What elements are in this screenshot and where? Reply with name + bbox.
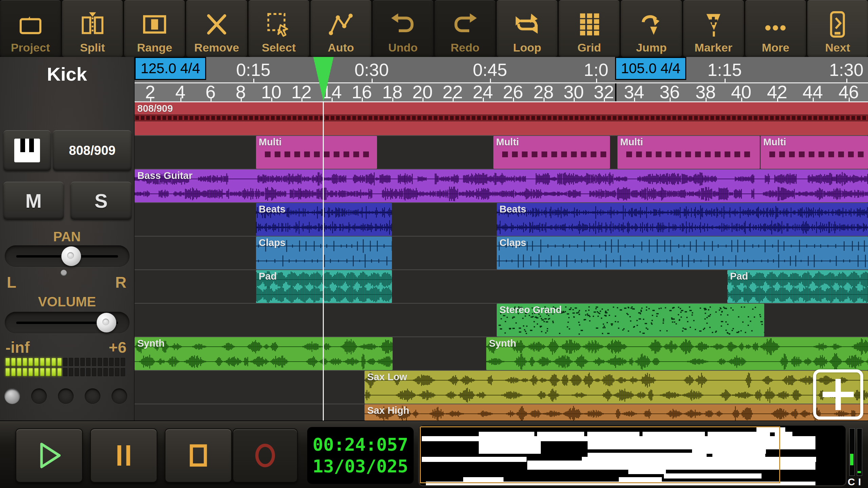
track-inspector-panel: Kick 808/909 M S PAN L R VOLUME -inf +6 — [0, 57, 135, 421]
bar-tick — [706, 98, 707, 101]
pan-right-label: R — [115, 273, 126, 291]
bar-tick — [741, 98, 742, 101]
preset-label: 808/909 — [69, 143, 115, 158]
toolbar-button-grid[interactable]: Grid — [559, 0, 619, 57]
play-icon — [34, 440, 64, 471]
toolbar-button-project[interactable]: Project — [0, 0, 61, 57]
clip-multi[interactable]: Multi — [256, 136, 377, 169]
remove-icon — [203, 8, 231, 41]
toolbar-button-undo[interactable]: Undo — [373, 0, 433, 57]
bar-tick — [271, 98, 272, 101]
redo-icon — [451, 8, 479, 41]
mute-button[interactable]: M — [3, 182, 64, 220]
time-ruler[interactable]: 0:150:300:451:01:151:30125.0 4/4105.0 4/… — [135, 57, 868, 83]
clip-multi[interactable]: Multi — [493, 136, 610, 169]
clip-pad[interactable]: Pad — [256, 270, 392, 303]
level-meter-right — [5, 368, 125, 376]
toolbar-button-next[interactable]: Next — [807, 0, 868, 57]
bar-tick — [513, 98, 514, 101]
arranger-area[interactable]: 0:150:300:451:01:151:30125.0 4/4105.0 4/… — [135, 57, 868, 421]
toolbar-button-select[interactable]: Select — [249, 0, 309, 57]
meter-segment — [34, 358, 39, 366]
folder-icon — [17, 8, 44, 41]
marker-icon — [699, 8, 727, 41]
toolbar-button-marker[interactable]: Marker — [683, 0, 744, 57]
clip-waveform — [256, 136, 377, 169]
meter-segment — [52, 358, 56, 366]
bar-tick — [241, 98, 242, 101]
clip-sax-high[interactable]: Sax High — [364, 404, 868, 421]
meter-segment — [11, 368, 16, 376]
bar-tick — [392, 98, 393, 101]
preset-button[interactable]: 808/909 — [53, 130, 132, 171]
clip-multi[interactable]: Multi — [761, 136, 868, 169]
toolbar-label-project: Project — [11, 41, 50, 54]
clip-sax-low[interactable]: Sax Low — [364, 371, 868, 404]
toolbar-label-next: Next — [825, 41, 850, 54]
meter-segment — [57, 368, 62, 376]
toolbar-button-range[interactable]: Range — [124, 0, 185, 57]
clip-synth[interactable]: Synth — [486, 337, 868, 370]
clip-pad[interactable]: Pad — [727, 270, 868, 303]
project-overview-minimap[interactable] — [419, 426, 846, 485]
clip-claps[interactable]: Claps — [497, 237, 868, 269]
record-button[interactable] — [233, 428, 298, 483]
playhead-handle[interactable] — [313, 57, 334, 101]
select-icon — [265, 8, 293, 41]
toolbar-label-undo: Undo — [388, 41, 418, 54]
meter-segment — [5, 368, 10, 376]
meter-segment — [17, 368, 21, 376]
clip-waveform — [486, 337, 868, 370]
bar-tick — [670, 98, 671, 101]
pause-button[interactable] — [90, 428, 157, 483]
toolbar-button-split[interactable]: Split — [62, 0, 123, 57]
clip-808-909[interactable]: 808/909 — [135, 102, 868, 135]
meter-label-c: C — [848, 476, 855, 488]
clip-beats[interactable]: Beats — [497, 203, 868, 236]
tempo-marker-2[interactable]: 105.0 4/4 — [615, 57, 686, 80]
bar-tick — [813, 98, 814, 101]
bar-tick — [604, 98, 605, 101]
clip-waveform — [256, 203, 392, 236]
pan-knob[interactable] — [61, 246, 81, 266]
more-icon — [762, 8, 789, 41]
solo-button[interactable]: S — [71, 182, 132, 220]
add-clip-button[interactable] — [813, 369, 863, 420]
bar-tick — [544, 98, 545, 101]
meter-segment — [98, 358, 102, 366]
clip-stereo-grand[interactable]: Stereo Grand — [497, 304, 764, 337]
meter-segment — [63, 358, 67, 366]
toolbar-button-loop[interactable]: Loop — [497, 0, 557, 57]
time-tick — [253, 79, 254, 82]
stop-button[interactable] — [165, 428, 232, 483]
clip-bass-guitar[interactable]: Bass Guitar — [135, 169, 868, 202]
jump-icon — [637, 8, 665, 41]
toolbar-button-remove[interactable]: Remove — [186, 0, 247, 57]
pan-label: PAN — [0, 229, 134, 244]
toolbar-button-redo[interactable]: Redo — [435, 0, 495, 57]
clip-beats[interactable]: Beats — [256, 203, 392, 236]
instrument-button[interactable] — [3, 130, 51, 171]
toolbar-button-jump[interactable]: Jump — [621, 0, 682, 57]
play-button[interactable] — [16, 428, 83, 483]
meter-segment — [5, 358, 10, 366]
minimap-viewport[interactable] — [420, 426, 780, 483]
toolbar-button-more[interactable]: More — [745, 0, 806, 57]
clip-multi[interactable]: Multi — [617, 136, 760, 169]
pan-slider[interactable] — [5, 245, 130, 267]
bar-ruler[interactable]: 2468101214161820222426283032343638404244… — [135, 83, 868, 102]
toolbar-label-more: More — [762, 41, 789, 54]
clip-waveform — [135, 169, 868, 202]
toolbar-button-auto[interactable]: Auto — [311, 0, 371, 57]
clip-waveform — [497, 203, 868, 236]
pan-center-dot — [61, 270, 67, 276]
clip-synth[interactable]: Synth — [135, 337, 393, 370]
volume-knob[interactable] — [97, 313, 116, 332]
clip-claps[interactable]: Claps — [256, 237, 392, 269]
toolbar-label-redo: Redo — [451, 41, 479, 54]
meter-segment — [103, 368, 108, 376]
automation-icon — [327, 8, 355, 41]
time-label-1:30: 1:30 — [829, 60, 863, 80]
volume-slider[interactable] — [5, 312, 130, 333]
tempo-marker-1[interactable]: 125.0 4/4 — [135, 57, 206, 80]
